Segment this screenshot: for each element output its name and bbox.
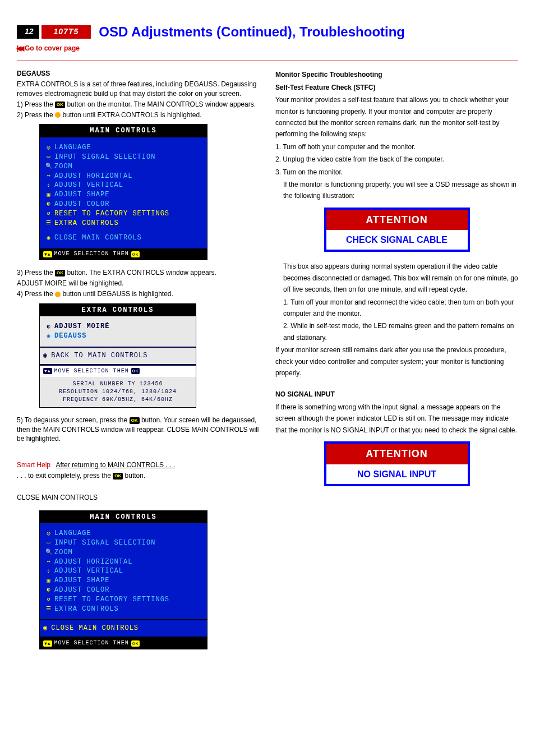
go-to-cover-link[interactable]: |◀◀ Go to cover page [17, 44, 518, 53]
zoom-icon: 🔍 [43, 548, 54, 556]
zoom-icon: 🔍 [43, 163, 54, 170]
rewind-icon: |◀◀ [17, 44, 22, 53]
page-number: 12 [17, 25, 39, 39]
step-4: 4) Press the button until DEGAUSS is hig… [17, 289, 260, 299]
ok-badge-icon: OK [131, 251, 140, 257]
model-badge: 107T5 [41, 25, 91, 39]
right-column: Monitor Specific Troubleshooting Self-Te… [275, 69, 518, 657]
arrow-badge-icon: ▼▲ [43, 251, 52, 257]
reset-icon: ↺ [43, 596, 54, 603]
attention-header: ATTENTION [326, 210, 468, 231]
close-icon: ◉ [43, 234, 54, 242]
arrow-button-icon [55, 292, 61, 297]
osd-footer: ▼▲ MOVE SELECTION THEN OK [40, 365, 196, 377]
color-icon: ◐ [43, 586, 54, 594]
stfc-step-3b: If the monitor is functioning properly, … [275, 179, 518, 202]
degauss-intro: EXTRA CONTROLS is a set of three feature… [17, 80, 260, 99]
shape-icon: ▣ [43, 191, 54, 199]
osd-close-highlight: ◉ CLOSE MAIN CONTROLS [40, 619, 207, 638]
osd-footer: ▼▲ MOVE SELECTION THEN OK [40, 248, 207, 260]
stfc-note: This box also appears during normal syst… [275, 261, 518, 295]
osd-footer: ▼▲ MOVE SELECTION THEN OK [40, 638, 207, 649]
color-icon: ◐ [43, 200, 54, 208]
osd-main-controls-2: MAIN CONTROLS ◎LANGUAGE ▭INPUT SIGNAL SE… [39, 510, 207, 650]
no-signal-heading: NO SIGNAL INPUT [275, 389, 518, 400]
arrow-badge-icon: ▼▲ [43, 640, 52, 647]
ok-button-icon: OK [113, 473, 123, 480]
extra-icon: ☰ [43, 219, 54, 227]
troubleshooting-heading: Monitor Specific Troubleshooting [275, 69, 518, 80]
reset-icon: ↺ [43, 210, 54, 218]
stfc-heading: Self-Test Feature Check (STFC) [275, 82, 518, 93]
moire-icon: ◐ [43, 323, 54, 331]
language-icon: ◎ [43, 530, 54, 538]
stfc-step-3: 3. Turn on the monitor. [275, 167, 518, 178]
input-icon: ▭ [43, 153, 54, 161]
attention-header: ATTENTION [326, 444, 468, 464]
stfc-sub-2: 2. While in self-test mode, the LED rema… [275, 320, 518, 343]
osd-extra-controls: EXTRA CONTROLS ◐ADJUST MOIRÉ ◉DEGAUSS ◉ … [39, 303, 196, 408]
osd-title: MAIN CONTROLS [40, 125, 207, 137]
stfc-step-2: 2. Unplug the video cable from the back … [275, 154, 518, 165]
cover-link-label: Go to cover page [25, 44, 80, 53]
ok-button-icon: OK [130, 417, 140, 424]
smart-help-label: Smart Help [17, 461, 50, 469]
divider [17, 61, 518, 61]
vertical-icon: ⇕ [43, 568, 54, 575]
horizontal-icon: ⇔ [43, 172, 54, 180]
osd-back: ◉ BACK TO MAIN CONTROLS [40, 347, 196, 365]
osd-title: EXTRA CONTROLS [40, 304, 196, 317]
ok-button-icon: OK [55, 270, 65, 276]
smart-help-2: . . . to exit completely, press the OK b… [17, 471, 260, 481]
input-icon: ▭ [43, 539, 54, 547]
smart-help: Smart Help After returning to MAIN CONTR… [17, 460, 260, 470]
ok-badge-icon: OK [131, 368, 140, 374]
ok-badge-icon: OK [131, 640, 140, 647]
step-5: 5) To degauss your screen, press the OK … [17, 416, 260, 444]
step-1: 1) Press the OK button on the monitor. T… [17, 100, 260, 109]
close-icon: ◉ [43, 624, 48, 633]
attention-message: CHECK SIGNAL CABLE [326, 230, 468, 250]
back-icon: ◉ [43, 351, 48, 361]
extra-icon: ☰ [43, 605, 54, 613]
attention-box-no-signal: ATTENTION NO SIGNAL INPUT [324, 441, 470, 486]
attention-message: NO SIGNAL INPUT [326, 464, 468, 484]
ok-button-icon: OK [55, 102, 65, 108]
stfc-conclusion: If your monitor screen still remains dar… [275, 344, 518, 379]
degauss-icon: ◉ [43, 333, 54, 340]
osd-serial-info: SERIAL NUMBER TY 123456 RESOLUTION 1024/… [40, 377, 196, 407]
no-signal-text: If there is something wrong with the inp… [275, 402, 518, 436]
language-icon: ◎ [43, 144, 54, 152]
step-3: 3) Press the OK button. The EXTRA CONTRO… [17, 268, 260, 278]
vertical-icon: ⇕ [43, 182, 54, 190]
attention-box-check-cable: ATTENTION CHECK SIGNAL CABLE [324, 208, 470, 252]
horizontal-icon: ⇔ [43, 558, 54, 566]
arrow-button-icon [55, 112, 61, 118]
close-main-heading: CLOSE MAIN CONTROLS [17, 493, 260, 503]
stfc-intro: Your monitor provides a self-test featur… [275, 94, 518, 140]
step-3b: ADJUST MOIRE will be highlighted. [17, 279, 260, 288]
degauss-heading: DEGAUSS [17, 69, 260, 79]
arrow-badge-icon: ▼▲ [43, 368, 52, 374]
page-title: OSD Adjustments (Continued), Troubleshoo… [99, 22, 405, 42]
osd-main-controls-1: MAIN CONTROLS ◎LANGUAGE ▭INPUT SIGNAL SE… [39, 124, 207, 260]
osd-title: MAIN CONTROLS [40, 511, 207, 524]
step-2: 2) Press the button until EXTRA CONTROLS… [17, 110, 260, 120]
stfc-step-1: 1. Turn off both your computer and the m… [275, 141, 518, 153]
left-column: DEGAUSS EXTRA CONTROLS is a set of three… [17, 69, 260, 657]
shape-icon: ▣ [43, 577, 54, 585]
stfc-sub-1: 1. Turn off your monitor and reconnect t… [275, 297, 518, 320]
page-header: 12 107T5 OSD Adjustments (Continued), Tr… [17, 22, 518, 42]
